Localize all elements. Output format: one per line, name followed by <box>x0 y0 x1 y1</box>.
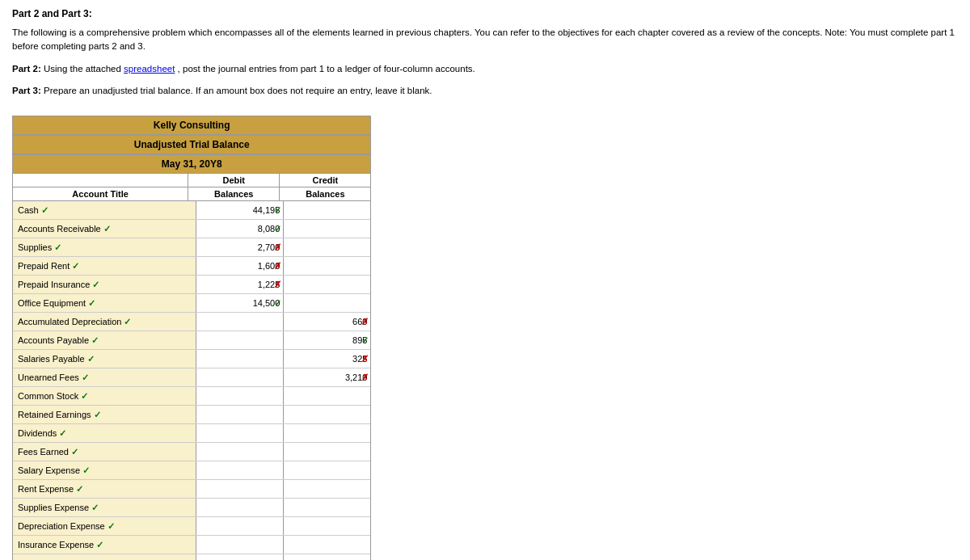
credit-input-18[interactable] <box>284 536 370 554</box>
table-row: Prepaid Rent ✓✗ <box>13 257 370 276</box>
debit-input-10[interactable] <box>196 387 283 405</box>
row-account-name: Depreciation Expense <box>18 521 105 531</box>
debit-cell-16 <box>196 499 284 516</box>
debit-input-14[interactable] <box>196 461 283 479</box>
credit-input-16[interactable] <box>284 499 370 516</box>
row-label-5: Office Equipment ✓ <box>13 294 196 312</box>
credit-input-12[interactable] <box>284 424 370 442</box>
credit-input-1[interactable] <box>284 220 370 238</box>
credit-check-icon-7: ✓ <box>361 335 369 346</box>
credit-cell-6: ✗ <box>284 313 370 331</box>
table-row: Miscellaneous Expense ✓ <box>13 554 370 560</box>
credit-x-icon-6: ✗ <box>361 317 369 327</box>
col-header-row2: Account Title Balances Balances <box>13 187 370 201</box>
credit-input-19[interactable] <box>284 554 370 560</box>
debit-input-4[interactable] <box>196 276 283 293</box>
row-label-9: Unearned Fees ✓ <box>13 368 196 386</box>
col-debit-balances: Balances <box>188 187 280 200</box>
table-row: Cash ✓✓ <box>13 201 370 220</box>
table-company: Kelly Consulting <box>13 116 370 135</box>
row-status-check: ✓ <box>82 465 90 476</box>
table-row: Depreciation Expense ✓ <box>13 517 370 536</box>
credit-input-11[interactable] <box>284 406 370 423</box>
credit-input-15[interactable] <box>284 480 370 498</box>
row-status-check: ✓ <box>92 280 99 290</box>
debit-input-3[interactable] <box>196 257 283 275</box>
row-label-12: Dividends ✓ <box>13 424 196 442</box>
credit-input-2[interactable] <box>284 238 370 256</box>
debit-input-9[interactable] <box>196 368 283 386</box>
credit-cell-1 <box>284 220 370 238</box>
debit-x-icon-4: ✗ <box>274 280 281 290</box>
row-status-check: ✓ <box>87 354 95 364</box>
credit-cell-13 <box>284 443 370 461</box>
debit-cell-10 <box>196 387 284 405</box>
spreadsheet-link[interactable]: spreadsheet <box>124 64 175 74</box>
debit-cell-1: ✓ <box>196 220 284 238</box>
debit-input-19[interactable] <box>196 554 283 560</box>
table-row: Unearned Fees ✓✗ <box>13 368 370 387</box>
debit-input-5[interactable] <box>196 294 283 312</box>
debit-cell-15 <box>196 480 284 498</box>
debit-input-6[interactable] <box>196 313 283 331</box>
row-account-name: Accounts Payable <box>18 335 89 345</box>
debit-cell-11 <box>196 406 284 423</box>
credit-input-9[interactable] <box>284 368 370 386</box>
row-label-6: Accumulated Depreciation ✓ <box>13 313 196 331</box>
debit-input-8[interactable] <box>196 350 283 368</box>
row-account-name: Prepaid Rent <box>18 261 70 271</box>
debit-input-15[interactable] <box>196 480 283 498</box>
credit-x-icon-9: ✗ <box>361 373 369 383</box>
credit-input-17[interactable] <box>284 517 370 535</box>
row-status-check: ✓ <box>124 317 131 327</box>
debit-cell-9 <box>196 368 284 386</box>
credit-input-4[interactable] <box>284 276 370 293</box>
row-status-check: ✓ <box>91 335 99 346</box>
debit-input-0[interactable] <box>196 201 283 219</box>
credit-input-8[interactable] <box>284 350 370 368</box>
table-row: Dividends ✓ <box>13 424 370 443</box>
debit-input-11[interactable] <box>196 406 283 423</box>
credit-input-10[interactable] <box>284 387 370 405</box>
debit-input-17[interactable] <box>196 517 283 535</box>
row-account-name: Accounts Receivable <box>18 224 101 234</box>
credit-input-14[interactable] <box>284 461 370 479</box>
row-label-3: Prepaid Rent ✓ <box>13 257 196 275</box>
debit-cell-14 <box>196 461 284 479</box>
credit-input-6[interactable] <box>284 313 370 331</box>
part3-line: Part 3: Prepare an unadjusted trial bala… <box>12 84 958 98</box>
credit-input-3[interactable] <box>284 257 370 275</box>
credit-cell-19 <box>284 554 370 560</box>
debit-input-13[interactable] <box>196 443 283 461</box>
debit-input-12[interactable] <box>196 424 283 442</box>
part2-text: Using the attached <box>44 64 124 74</box>
row-account-name: Salaries Payable <box>18 354 85 364</box>
debit-input-16[interactable] <box>196 499 283 516</box>
debit-input-7[interactable] <box>196 331 283 349</box>
credit-input-7[interactable] <box>284 331 370 349</box>
debit-cell-3: ✗ <box>196 257 284 275</box>
debit-input-18[interactable] <box>196 536 283 554</box>
row-label-1: Accounts Receivable ✓ <box>13 220 196 238</box>
row-label-10: Common Stock ✓ <box>13 387 196 405</box>
credit-input-0[interactable] <box>284 201 370 219</box>
row-status-check: ✓ <box>108 521 115 532</box>
debit-input-1[interactable] <box>196 220 283 238</box>
row-account-name: Unearned Fees <box>18 373 79 382</box>
credit-cell-17 <box>284 517 370 535</box>
credit-input-13[interactable] <box>284 443 370 461</box>
debit-input-2[interactable] <box>196 238 283 256</box>
table-row: Insurance Expense ✓ <box>13 536 370 554</box>
debit-cell-6 <box>196 313 284 331</box>
col-account-label: Account Title <box>13 187 188 200</box>
table-body: Cash ✓✓Accounts Receivable ✓✓Supplies ✓✗… <box>13 201 370 560</box>
row-account-name: Supplies Expense <box>18 503 89 512</box>
table-date: May 31, 20Y8 <box>13 154 370 174</box>
credit-cell-10 <box>284 387 370 405</box>
row-label-18: Insurance Expense ✓ <box>13 536 196 554</box>
part3-label: Part 3: <box>12 86 41 95</box>
row-label-11: Retained Earnings ✓ <box>13 406 196 423</box>
part2-line: Part 2: Using the attached spreadsheet ,… <box>12 62 958 76</box>
part3-text: Prepare an unadjusted trial balance. If … <box>44 86 432 95</box>
credit-input-5[interactable] <box>284 294 370 312</box>
